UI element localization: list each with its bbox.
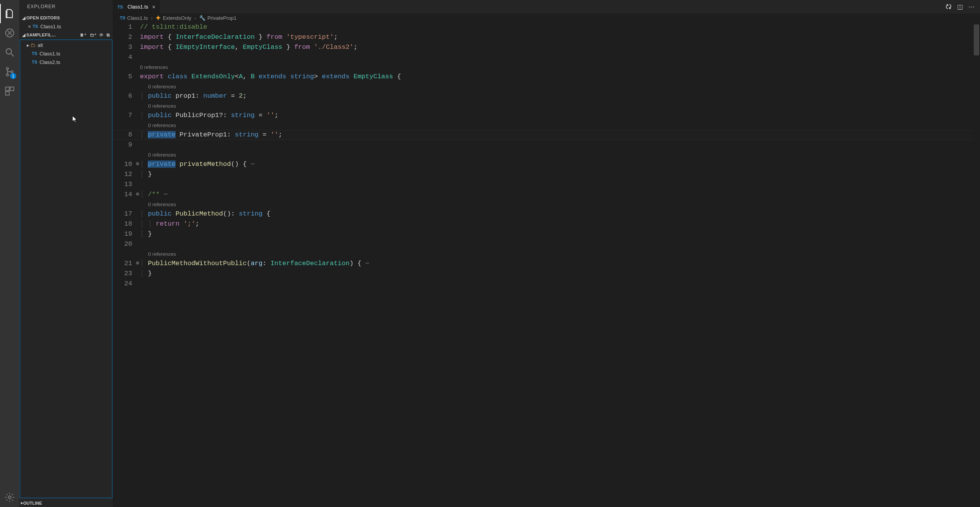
editor-group: TS Class1.ts × 🗘 ◫ ⋯ TS Class1.ts › ⯌ Ex… [113, 0, 980, 507]
code-line[interactable] [140, 279, 980, 289]
svg-point-4 [6, 74, 8, 76]
folder-icon: 🗀 [30, 42, 35, 48]
open-editor-item[interactable]: × TS Class1.ts [19, 22, 113, 31]
svg-point-5 [11, 71, 13, 72]
code-line[interactable] [140, 239, 980, 249]
code-line[interactable]: │ /** ⋯ [140, 190, 980, 200]
line-number: 2 [113, 32, 132, 42]
code-area[interactable]: // tslint:disableimport { InterfaceDecla… [140, 22, 980, 507]
activity-extensions-icon[interactable] [0, 81, 19, 101]
code-line[interactable]: │ public prop1: number = 2; [140, 91, 980, 101]
code-line[interactable]: │ public PublicMethod(): string { [140, 209, 980, 219]
line-number: 10 [113, 159, 132, 169]
codelens[interactable]: 0 references [140, 101, 980, 110]
folder-section-header[interactable]: ◢ SAMPLEFIL… 🗎⁺ 🗀⁺ ⟳ ⧉ [19, 31, 113, 39]
code-line[interactable]: │ private privateMethod() { ⋯ [140, 159, 980, 169]
refresh-icon[interactable]: ⟳ [100, 33, 103, 38]
breadcrumb-member[interactable]: 🔧 PrivateProp1 [199, 15, 236, 21]
ts-file-icon: TS [32, 60, 37, 64]
tree-item-label: Class2.ts [40, 59, 60, 65]
tab-label: Class1.ts [128, 4, 148, 10]
editor[interactable]: 1234567891012131417181920212324 // tslin… [113, 22, 980, 507]
close-icon[interactable]: × [26, 24, 33, 29]
collapse-all-icon[interactable]: ⧉ [107, 33, 110, 38]
code-line[interactable]: import { IEmptyInterface, EmptyClass } f… [140, 42, 980, 52]
tree-folder-alt[interactable]: ▸ 🗀 alt [20, 41, 112, 49]
svg-point-3 [6, 67, 8, 69]
activity-debug-icon[interactable] [0, 23, 19, 43]
activity-settings-icon[interactable] [0, 488, 19, 507]
tree-file-class1[interactable]: TS Class1.ts [20, 49, 112, 58]
code-line[interactable]: // tslint:disable [140, 22, 980, 32]
editor-actions: 🗘 ◫ ⋯ [945, 0, 980, 14]
line-number: 17 [113, 209, 132, 219]
minimap-scrollbar[interactable] [974, 24, 979, 55]
close-icon[interactable]: × [152, 4, 155, 10]
activity-search-icon[interactable] [0, 43, 19, 62]
line-number: 12 [113, 169, 132, 179]
code-line[interactable]: import { InterfaceDeclaration } from 'ty… [140, 32, 980, 42]
codelens[interactable]: 0 references [140, 62, 980, 72]
codelens[interactable]: 0 references [140, 150, 980, 159]
codelens[interactable]: 0 references [140, 249, 980, 259]
open-editor-filename: Class1.ts [40, 24, 61, 29]
tab-bar: TS Class1.ts × 🗘 ◫ ⋯ [113, 0, 980, 14]
code-line[interactable] [140, 52, 980, 62]
breadcrumb-class[interactable]: ⯌ ExtendsOnly [156, 15, 192, 21]
code-line[interactable]: │ public PublicProp1?: string = ''; [140, 110, 980, 121]
activity-scm-icon[interactable]: 1 [0, 62, 19, 81]
svg-line-2 [11, 54, 14, 57]
line-number: 23 [113, 269, 132, 279]
wrench-icon: 🔧 [199, 15, 205, 21]
new-file-icon[interactable]: 🗎⁺ [80, 33, 87, 38]
outline-header[interactable]: ▸ OUTLINE [19, 498, 113, 507]
codelens[interactable]: 0 references [140, 200, 980, 209]
code-line[interactable]: │ │ return ';'; [140, 219, 980, 229]
sidebar: EXPLORER ◢ OPEN EDITORS × TS Class1.ts ◢… [19, 0, 113, 507]
line-number: 24 [113, 279, 132, 289]
chevron-right-icon: ▸ [26, 42, 30, 48]
line-number: 5 [113, 72, 132, 82]
activity-files-icon[interactable] [0, 4, 19, 23]
line-number: 7 [113, 110, 132, 121]
breadcrumb-file[interactable]: TS Class1.ts [120, 15, 148, 21]
line-number: 18 [113, 219, 132, 229]
file-tree[interactable]: ▸ 🗀 alt TS Class1.ts TS Class2.ts [20, 40, 112, 498]
code-line[interactable] [140, 179, 980, 190]
sidebar-title: EXPLORER [19, 0, 113, 14]
code-line[interactable]: export class ExtendsOnly<A, B extends st… [140, 72, 980, 82]
chevron-down-icon: ◢ [21, 16, 26, 21]
ts-file-icon: TS [120, 16, 125, 20]
chevron-down-icon: ◢ [21, 33, 26, 38]
codelens[interactable]: 0 references [140, 82, 980, 91]
open-editors-header[interactable]: ◢ OPEN EDITORS [19, 14, 113, 22]
code-line[interactable]: │ PublicMethodWithoutPublic(arg: Interfa… [140, 259, 980, 269]
svg-rect-8 [6, 91, 9, 95]
breadcrumbs[interactable]: TS Class1.ts › ⯌ ExtendsOnly › 🔧 Private… [113, 14, 980, 22]
open-editors-label: OPEN EDITORS [26, 16, 60, 20]
mouse-cursor [72, 116, 78, 123]
line-number: 4 [113, 52, 132, 62]
code-line[interactable]: │ } [140, 169, 980, 179]
folder-section-label: SAMPLEFIL… [26, 33, 56, 37]
line-number: 1 [113, 22, 132, 32]
breadcrumb-separator: › [195, 15, 196, 21]
class-icon: ⯌ [156, 15, 161, 21]
tree-file-class2[interactable]: TS Class2.ts [20, 58, 112, 66]
new-folder-icon[interactable]: 🗀⁺ [90, 33, 97, 38]
scm-badge: 1 [10, 73, 16, 79]
breadcrumb-label: Class1.ts [127, 15, 148, 21]
svg-rect-7 [10, 87, 14, 91]
code-line[interactable]: │ } [140, 269, 980, 279]
compare-changes-icon[interactable]: 🗘 [945, 3, 952, 10]
tab-class1[interactable]: TS Class1.ts × [113, 0, 160, 14]
activity-bar: 1 [0, 0, 19, 507]
code-line[interactable]: │ } [140, 229, 980, 239]
breadcrumb-separator: › [151, 15, 153, 21]
gutter: 1234567891012131417181920212324 [113, 22, 140, 507]
split-editor-icon[interactable]: ◫ [957, 3, 963, 10]
more-actions-icon[interactable]: ⋯ [968, 3, 975, 10]
code-line[interactable]: │ private PrivateProp1: string = ''; [140, 130, 980, 140]
codelens[interactable]: 0 references [140, 121, 980, 130]
code-line[interactable] [140, 140, 980, 150]
